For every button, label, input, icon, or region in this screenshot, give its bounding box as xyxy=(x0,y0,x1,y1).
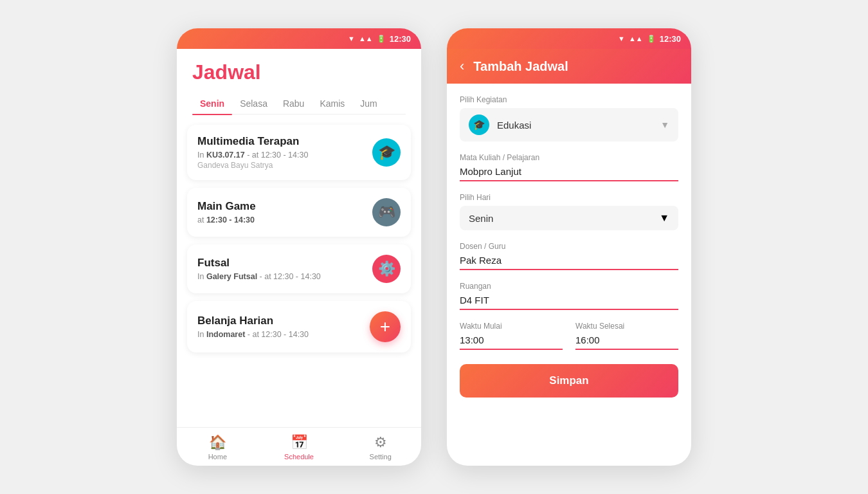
tab-kamis[interactable]: Kamis xyxy=(312,93,352,114)
nav-schedule[interactable]: 📅 Schedule xyxy=(258,434,340,461)
card-title-futsal: Futsal xyxy=(197,257,366,270)
signal-icon: ▲▲ xyxy=(359,35,373,42)
tambah-jadwal-header: ‹ Tambah Jadwal xyxy=(447,49,691,84)
tambah-jadwal-title: Tambah Jadwal xyxy=(473,59,568,74)
form-group-waktu-selesai: Waktu Selesai xyxy=(575,322,678,350)
status-bar-2: ▼ ▲▲ 🔋 12:30 xyxy=(447,28,691,49)
tab-rabu[interactable]: Rabu xyxy=(275,93,312,114)
card-teacher-multimedia: Gandeva Bayu Satrya xyxy=(197,161,366,170)
nav-setting-label: Setting xyxy=(370,453,392,461)
card-sub-belanja: In Indomaret - at 12:30 - 14:30 xyxy=(197,330,363,339)
card-info-maingame: Main Game at 12:30 - 14:30 xyxy=(197,200,366,224)
card-sub-futsal: In Galery Futsal - at 12:30 - 14:30 xyxy=(197,272,366,281)
dosen-input-group xyxy=(460,255,678,270)
card-multimedia[interactable]: Multimedia Terapan In KU3.07.17 - at 12:… xyxy=(187,125,411,180)
kegiatan-dropdown[interactable]: 🎓 Edukasi ▼ xyxy=(460,108,678,142)
wifi-icon-2: ▼ xyxy=(618,35,625,42)
matakuliah-input[interactable] xyxy=(460,166,678,177)
battery-icon: 🔋 xyxy=(377,35,386,43)
card-info-futsal: Futsal In Galery Futsal - at 12:30 - 14:… xyxy=(197,257,366,281)
card-sub-maingame: at 12:30 - 14:30 xyxy=(197,215,366,224)
save-button[interactable]: Simpan xyxy=(460,364,678,398)
ruangan-input[interactable] xyxy=(460,295,678,306)
kegiatan-value: Edukasi xyxy=(497,120,653,131)
matakuliah-label: Mata Kuliah / Pelajaran xyxy=(460,153,678,162)
nav-home-label: Home xyxy=(208,453,227,461)
status-bar-1: ▼ ▲▲ 🔋 12:30 xyxy=(177,28,421,49)
kegiatan-arrow-icon: ▼ xyxy=(660,120,669,130)
nav-home[interactable]: 🏠 Home xyxy=(177,434,258,461)
time-fields-row: Waktu Mulai Waktu Selesai xyxy=(460,322,678,350)
form-group-waktu-mulai: Waktu Mulai xyxy=(460,322,563,350)
nav-setting[interactable]: ⚙ Setting xyxy=(339,434,421,461)
jadwal-screen: ▼ ▲▲ 🔋 12:30 Jadwal Senin Selasa Rabu Ka… xyxy=(177,28,421,466)
tambah-jadwal-screen: ▼ ▲▲ 🔋 12:30 ‹ Tambah Jadwal Pilih Kegia… xyxy=(447,28,691,466)
fab-add-button[interactable]: + xyxy=(370,311,401,342)
setting-icon: ⚙ xyxy=(374,434,387,451)
card-title-maingame: Main Game xyxy=(197,200,366,213)
kegiatan-icon: 🎓 xyxy=(469,114,489,135)
waktu-selesai-input[interactable] xyxy=(575,334,678,345)
waktu-mulai-input[interactable] xyxy=(460,334,563,345)
hari-dropdown[interactable]: Senin ▼ xyxy=(460,206,678,230)
battery-icon-2: 🔋 xyxy=(647,35,656,43)
home-icon: 🏠 xyxy=(209,434,226,451)
tab-senin[interactable]: Senin xyxy=(192,93,232,114)
wifi-icon: ▼ xyxy=(348,35,355,42)
ruangan-label: Ruangan xyxy=(460,282,678,291)
card-icon-multimedia: 🎓 xyxy=(372,138,401,167)
dosen-label: Dosen / Guru xyxy=(460,242,678,251)
waktu-mulai-label: Waktu Mulai xyxy=(460,322,563,331)
card-belanja[interactable]: Belanja Harian In Indomaret - at 12:30 -… xyxy=(187,301,411,352)
form-group-kegiatan: Pilih Kegiatan 🎓 Edukasi ▼ xyxy=(460,95,678,142)
card-icon-maingame: 🎮 xyxy=(372,198,401,226)
schedule-list: Multimedia Terapan In KU3.07.17 - at 12:… xyxy=(177,114,421,418)
hari-value: Senin xyxy=(469,213,651,224)
card-info-multimedia: Multimedia Terapan In KU3.07.17 - at 12:… xyxy=(197,135,366,170)
jadwal-title: Jadwal xyxy=(192,60,406,84)
nav-schedule-label: Schedule xyxy=(284,453,314,461)
form-body: Pilih Kegiatan 🎓 Edukasi ▼ Mata Kuliah /… xyxy=(447,84,691,466)
waktu-selesai-input-group xyxy=(575,334,678,350)
jadwal-header: Jadwal Senin Selasa Rabu Kamis Jum xyxy=(177,49,421,114)
matakuliah-input-group xyxy=(460,166,678,181)
card-title-multimedia: Multimedia Terapan xyxy=(197,135,366,148)
back-button[interactable]: ‹ xyxy=(460,58,464,75)
kegiatan-label: Pilih Kegiatan xyxy=(460,95,678,104)
card-info-belanja: Belanja Harian In Indomaret - at 12:30 -… xyxy=(197,315,363,339)
form-group-hari: Pilih Hari Senin ▼ xyxy=(460,193,678,230)
card-maingame[interactable]: Main Game at 12:30 - 14:30 🎮 xyxy=(187,188,411,237)
schedule-icon: 📅 xyxy=(291,434,308,451)
ruangan-input-group xyxy=(460,295,678,310)
status-time-2: 12:30 xyxy=(660,34,681,44)
signal-icon-2: ▲▲ xyxy=(629,35,643,42)
form-group-matakuliah: Mata Kuliah / Pelajaran xyxy=(460,153,678,181)
card-sub-multimedia: In KU3.07.17 - at 12:30 - 14:30 xyxy=(197,151,366,160)
tab-selasa[interactable]: Selasa xyxy=(232,93,275,114)
form-group-ruangan: Ruangan xyxy=(460,282,678,310)
hari-arrow-icon: ▼ xyxy=(659,212,669,224)
bottom-nav: 🏠 Home 📅 Schedule ⚙ Setting xyxy=(177,427,421,466)
form-group-dosen: Dosen / Guru xyxy=(460,242,678,270)
hari-label: Pilih Hari xyxy=(460,193,678,202)
tabs-row: Senin Selasa Rabu Kamis Jum xyxy=(192,93,406,114)
card-icon-futsal: ⚙️ xyxy=(372,255,401,283)
tab-jum[interactable]: Jum xyxy=(352,93,384,114)
card-futsal[interactable]: Futsal In Galery Futsal - at 12:30 - 14:… xyxy=(187,244,411,293)
waktu-selesai-label: Waktu Selesai xyxy=(575,322,678,331)
dosen-input[interactable] xyxy=(460,255,678,266)
status-time-1: 12:30 xyxy=(390,34,411,44)
card-title-belanja: Belanja Harian xyxy=(197,315,363,327)
waktu-mulai-input-group xyxy=(460,334,563,350)
